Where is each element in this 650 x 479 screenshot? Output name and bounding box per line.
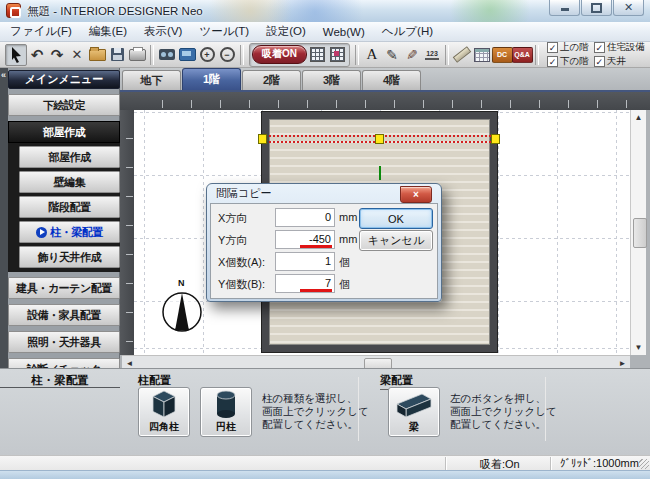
dialog-field-unit: 個 [339, 255, 350, 270]
round-column-button[interactable]: 円柱 [200, 387, 252, 437]
menu-item-1[interactable]: 編集(E) [89, 24, 127, 39]
sidebar-item-column-beam-place[interactable]: 柱・梁配置 [19, 221, 120, 243]
snap-toggle-button[interactable]: 吸着ON [252, 45, 307, 64]
print-button[interactable] [127, 45, 147, 65]
north-compass: N [160, 276, 204, 334]
schedule-button[interactable] [472, 45, 492, 65]
grid-line [557, 110, 558, 355]
close-icon: ✕ [624, 2, 633, 13]
draw-tool-button[interactable]: ✎ [382, 45, 402, 65]
maximize-button[interactable] [581, 0, 612, 16]
sidebar-item-lighting-ceiling[interactable]: 照明・天井器具 [8, 331, 120, 353]
delete-button[interactable]: ✕ [67, 45, 87, 65]
minimize-button[interactable] [549, 0, 580, 16]
text-tool-button[interactable]: A [362, 45, 382, 65]
zoom-in-button[interactable]: + [197, 45, 217, 65]
beam-label: 梁 [409, 420, 419, 434]
checkbox-住宅設備[interactable]: ✓住宅設備 [594, 42, 645, 54]
sidebar-item-sketch-settings[interactable]: 下絵設定 [8, 94, 120, 116]
tab-floor-3[interactable]: 3階 [302, 70, 361, 90]
checkbox-label: 天井 [607, 55, 626, 68]
sidebar-item-fittings-curtain[interactable]: 建具・カーテン配置 [8, 277, 120, 299]
tab-floor-0[interactable]: 地下 [122, 70, 181, 90]
eraser-pencil-icon: ✎ [406, 47, 418, 63]
qa-button[interactable]: Q&A [512, 45, 532, 65]
checkbox-icon: ✓ [594, 42, 605, 53]
qa-icon: Q&A [512, 47, 533, 63]
checkbox-天井[interactable]: ✓天井 [594, 55, 645, 68]
titlebar[interactable]: 無題 - INTERIOR DESIGNER Neo ✕ [0, 0, 650, 22]
square-column-button[interactable]: 四角柱 [138, 387, 190, 437]
main-menu-header[interactable]: メインメニュー [8, 70, 120, 89]
save-button[interactable] [107, 45, 127, 65]
tab-floor-2[interactable]: 2階 [242, 70, 301, 90]
square-column-icon [151, 389, 177, 419]
dialog-field-input[interactable]: 1 [275, 252, 335, 271]
scroll-up-icon[interactable]: ▲ [633, 112, 644, 123]
tab-floor-4[interactable]: 4階 [362, 70, 421, 90]
zoom-out-button[interactable]: − [217, 45, 237, 65]
sidebar-item-room-create[interactable]: 部屋作成 [19, 146, 120, 168]
perspective-button[interactable] [177, 45, 197, 65]
vertical-scrollbar[interactable]: ▲ ▼ [630, 110, 646, 355]
toolbar-separator [150, 45, 154, 65]
dialog-field-input[interactable]: 7 [275, 274, 335, 293]
undo-button[interactable]: ↶ [27, 45, 47, 65]
checkbox-icon: ✓ [547, 56, 558, 67]
dimension-tool-button[interactable]: 123 [422, 45, 442, 65]
measure-button[interactable] [452, 45, 472, 65]
vertical-ruler [120, 110, 134, 355]
save-icon [111, 48, 124, 61]
checkbox-icon: ✓ [594, 56, 605, 67]
sidebar-item-wall-edit[interactable]: 壁編集 [19, 171, 120, 193]
grid-settings-button[interactable] [327, 45, 347, 65]
close-button[interactable]: ✕ [613, 0, 644, 16]
vertical-scroll-thumb[interactable] [633, 218, 647, 248]
panel-divider [545, 377, 546, 441]
pencil-icon: ✎ [386, 47, 398, 63]
menu-item-4[interactable]: 設定(O) [266, 24, 306, 39]
beam-handle-right[interactable] [491, 134, 500, 144]
dialog-body: X方向0mmY方向-450mmX個数(A):1個Y個数(B):7個 OK キャン… [210, 203, 438, 299]
dialog-field-input[interactable]: -450 [275, 230, 335, 249]
sidebar-category-room-create-category[interactable]: 部屋作成 [8, 121, 120, 143]
sidebar-collapse-strip[interactable]: « [0, 68, 8, 368]
dialog-field-unit: mm [339, 233, 357, 245]
erase-tool-button[interactable]: ✎ [402, 45, 422, 65]
dialog-field-input[interactable]: 0 [275, 208, 335, 227]
sidebar-item-ceiling-decor[interactable]: 飾り天井作成 [19, 246, 120, 268]
sidebar-item-stairs-place[interactable]: 階段配置 [19, 196, 120, 218]
dialog-field-row-2: X個数(A):1個 [211, 252, 437, 269]
ruler-icon [453, 46, 471, 63]
tab-floor-1[interactable]: 1階 [182, 68, 241, 90]
grid-toggle-button[interactable] [307, 45, 327, 65]
round-column-label: 円柱 [216, 420, 236, 434]
ok-button[interactable]: OK [359, 208, 433, 229]
menu-item-6[interactable]: ヘルプ(H) [382, 24, 433, 39]
beam-handle-center[interactable] [375, 134, 384, 144]
menu-item-3[interactable]: ツール(T) [199, 24, 249, 39]
beam-handle-left[interactable] [258, 134, 267, 144]
checkbox-下の階[interactable]: ✓下の階 [547, 55, 589, 68]
sidebar-item-equipment-furniture[interactable]: 設備・家具配置 [8, 304, 120, 326]
resize-grip[interactable] [639, 459, 649, 469]
redo-button[interactable]: ↷ [47, 45, 67, 65]
dc-button[interactable]: DC [492, 45, 512, 65]
menu-item-0[interactable]: ファイル(F) [10, 24, 72, 39]
walkthrough-button[interactable] [157, 45, 177, 65]
redo-icon: ↷ [51, 46, 64, 64]
open-button[interactable] [87, 45, 107, 65]
toolbar: ↶ ↷ ✕ + − 吸着ON A ✎ ✎ 123 DC Q&A ✓上の階✓下の階… [0, 42, 650, 68]
checkbox-icon: ✓ [547, 42, 558, 53]
dialog-close-button[interactable]: × [400, 186, 432, 203]
compass-n-label: N [178, 278, 185, 288]
checkbox-上の階[interactable]: ✓上の階 [547, 42, 589, 54]
cancel-button[interactable]: キャンセル [359, 230, 433, 251]
beam-button[interactable]: 梁 [388, 387, 440, 437]
menu-item-5[interactable]: Web(W) [323, 26, 365, 38]
sidebar: « メインメニュー 下絵設定部屋作成部屋作成壁編集階段配置柱・梁配置飾り天井作成… [0, 68, 120, 368]
scroll-down-icon[interactable]: ▼ [633, 342, 644, 353]
menu-item-2[interactable]: 表示(V) [144, 24, 182, 39]
monitor-icon [179, 48, 196, 61]
select-tool-button[interactable] [5, 44, 27, 66]
